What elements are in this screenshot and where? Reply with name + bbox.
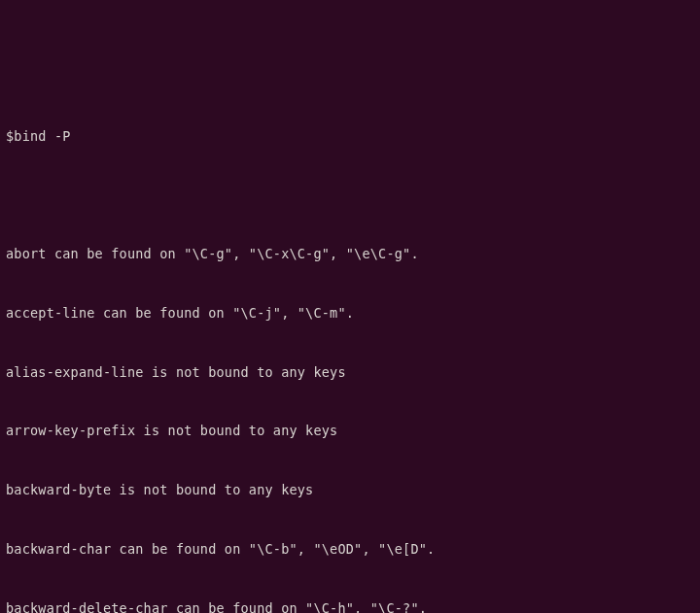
blank-line xyxy=(6,185,694,204)
output-line: accept-line can be found on "\C-j", "\C-… xyxy=(6,303,694,323)
output-line: backward-delete-char can be found on "\C… xyxy=(6,598,694,614)
terminal-output[interactable]: $bind -P abort can be found on "\C-g", "… xyxy=(6,86,694,613)
prompt-line: $bind -P xyxy=(6,126,694,146)
output-line: backward-char can be found on "\C-b", "\… xyxy=(6,539,694,559)
output-line: backward-byte is not bound to any keys xyxy=(6,480,694,499)
output-line: arrow-key-prefix is not bound to any key… xyxy=(6,421,694,440)
prompt: $bind -P xyxy=(6,128,71,144)
output-line: abort can be found on "\C-g", "\C-x\C-g"… xyxy=(6,244,694,263)
output-line: alias-expand-line is not bound to any ke… xyxy=(6,362,694,382)
